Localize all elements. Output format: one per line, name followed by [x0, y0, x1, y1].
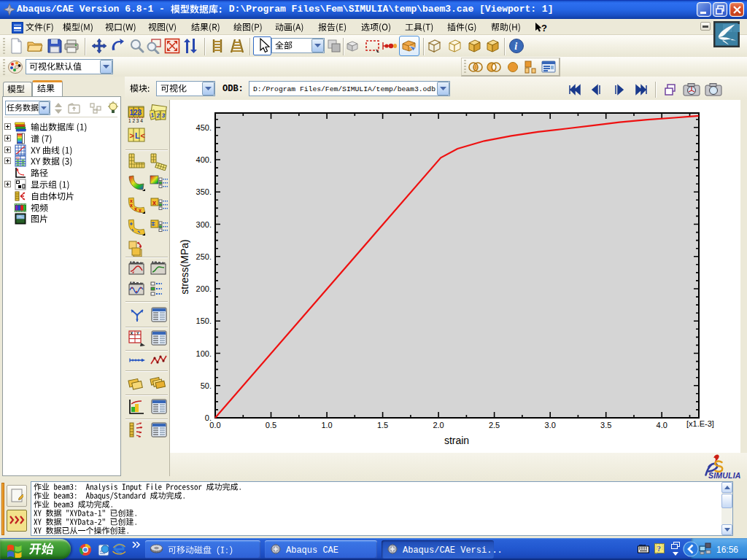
svg-text:400.: 400.	[196, 155, 212, 164]
svg-text:250.: 250.	[196, 252, 212, 261]
svg-text:[x1.E-3]: [x1.E-3]	[686, 419, 714, 428]
svg-text:350.: 350.	[196, 187, 212, 196]
svg-text:0.5: 0.5	[266, 421, 276, 429]
svg-text:2.5: 2.5	[489, 421, 500, 429]
svg-text:strain: strain	[444, 435, 469, 446]
svg-text:1.5: 1.5	[377, 421, 388, 429]
svg-text:50.: 50.	[201, 381, 212, 390]
svg-text:stress(MPa): stress(MPa)	[179, 239, 190, 294]
svg-text:1.0: 1.0	[321, 421, 332, 429]
svg-text:300.: 300.	[196, 220, 212, 229]
svg-text:2.0: 2.0	[433, 421, 444, 429]
svg-text:3.0: 3.0	[545, 421, 556, 429]
svg-text:SIMULIA: SIMULIA	[708, 471, 741, 480]
svg-text:450.: 450.	[196, 123, 212, 132]
svg-text:200.: 200.	[196, 284, 212, 293]
svg-text:100.: 100.	[196, 349, 212, 358]
svg-text:4.0: 4.0	[657, 421, 667, 429]
svg-text:150.: 150.	[196, 316, 212, 325]
svg-text:0.0: 0.0	[209, 421, 220, 429]
svg-text:3.5: 3.5	[600, 421, 611, 429]
svg-text:?: ?	[657, 544, 662, 553]
